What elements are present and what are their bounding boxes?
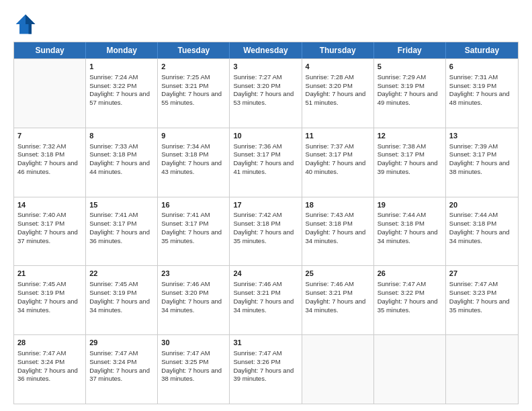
day-number: 10	[233, 131, 298, 141]
calendar-cell: 11 Sunrise: 7:37 AM Sunset: 3:17 PM Dayl…	[302, 128, 374, 197]
day-of-week-header: Wednesday	[230, 42, 302, 58]
sunrise-info: Sunrise: 7:34 AM	[161, 142, 210, 150]
day-of-week-header: Saturday	[446, 42, 518, 58]
daylight-info: Daylight: 7 hours and 46 minutes.	[17, 159, 78, 175]
header	[13, 12, 519, 36]
page: SundayMondayTuesdayWednesdayThursdayFrid…	[0, 0, 532, 411]
sunset-info: Sunset: 3:19 PM	[17, 289, 64, 296]
calendar-cell: 18 Sunrise: 7:43 AM Sunset: 3:18 PM Dayl…	[302, 197, 374, 266]
sunrise-info: Sunrise: 7:47 AM	[233, 349, 281, 357]
day-number: 2	[161, 62, 226, 72]
sunset-info: Sunset: 3:20 PM	[161, 289, 208, 296]
day-number: 30	[161, 338, 226, 348]
calendar-cell: 23 Sunrise: 7:46 AM Sunset: 3:20 PM Dayl…	[158, 266, 230, 334]
sunrise-info: Sunrise: 7:32 AM	[17, 142, 66, 150]
sunrise-info: Sunrise: 7:33 AM	[89, 142, 138, 150]
calendar-cell: 27 Sunrise: 7:47 AM Sunset: 3:23 PM Dayl…	[446, 266, 518, 334]
sunset-info: Sunset: 3:24 PM	[17, 358, 64, 365]
day-of-week-header: Friday	[374, 42, 446, 58]
sunrise-info: Sunrise: 7:45 AM	[17, 280, 66, 287]
sunset-info: Sunset: 3:17 PM	[378, 150, 425, 158]
sunrise-info: Sunrise: 7:43 AM	[306, 211, 354, 218]
day-number: 3	[233, 62, 298, 72]
calendar-cell: 28 Sunrise: 7:47 AM Sunset: 3:24 PM Dayl…	[14, 335, 86, 404]
sunrise-info: Sunrise: 7:27 AM	[233, 73, 281, 81]
sunset-info: Sunset: 3:20 PM	[306, 82, 353, 89]
day-number: 16	[161, 200, 226, 210]
calendar-cell: 6 Sunrise: 7:31 AM Sunset: 3:19 PM Dayli…	[446, 59, 518, 128]
calendar-week: 28 Sunrise: 7:47 AM Sunset: 3:24 PM Dayl…	[14, 334, 518, 404]
calendar-cell: 26 Sunrise: 7:47 AM Sunset: 3:22 PM Dayl…	[374, 266, 446, 334]
day-number: 12	[378, 131, 442, 141]
calendar: SundayMondayTuesdayWednesdayThursdayFrid…	[13, 42, 519, 404]
sunrise-info: Sunrise: 7:24 AM	[89, 73, 138, 81]
daylight-info: Daylight: 7 hours and 34 minutes.	[161, 298, 222, 314]
day-number: 21	[17, 269, 82, 279]
calendar-week: 14 Sunrise: 7:40 AM Sunset: 3:17 PM Dayl…	[14, 197, 518, 266]
calendar-week: 1 Sunrise: 7:24 AM Sunset: 3:22 PM Dayli…	[14, 58, 518, 128]
sunrise-info: Sunrise: 7:46 AM	[161, 280, 210, 287]
calendar-header: SundayMondayTuesdayWednesdayThursdayFrid…	[14, 42, 518, 58]
sunrise-info: Sunrise: 7:47 AM	[449, 280, 498, 287]
daylight-info: Daylight: 7 hours and 35 minutes.	[449, 298, 510, 314]
daylight-info: Daylight: 7 hours and 44 minutes.	[89, 159, 150, 175]
daylight-info: Daylight: 7 hours and 34 minutes.	[449, 228, 510, 244]
sunset-info: Sunset: 3:18 PM	[306, 220, 353, 227]
sunset-info: Sunset: 3:18 PM	[449, 220, 496, 227]
calendar-cell: 22 Sunrise: 7:45 AM Sunset: 3:19 PM Dayl…	[86, 266, 158, 334]
day-number: 11	[306, 131, 370, 141]
day-number: 17	[233, 200, 298, 210]
sunrise-info: Sunrise: 7:47 AM	[89, 349, 138, 357]
daylight-info: Daylight: 7 hours and 35 minutes.	[233, 228, 294, 244]
daylight-info: Daylight: 7 hours and 51 minutes.	[306, 90, 366, 106]
sunrise-info: Sunrise: 7:47 AM	[161, 349, 210, 357]
day-number: 23	[161, 269, 226, 279]
sunset-info: Sunset: 3:17 PM	[306, 150, 353, 158]
day-number: 27	[449, 269, 515, 279]
day-of-week-header: Tuesday	[158, 42, 230, 58]
sunrise-info: Sunrise: 7:46 AM	[306, 280, 354, 287]
daylight-info: Daylight: 7 hours and 34 minutes.	[378, 228, 438, 244]
sunrise-info: Sunrise: 7:38 AM	[378, 142, 426, 150]
day-number: 9	[161, 131, 226, 141]
daylight-info: Daylight: 7 hours and 37 minutes.	[17, 228, 78, 244]
daylight-info: Daylight: 7 hours and 41 minutes.	[233, 159, 294, 175]
daylight-info: Daylight: 7 hours and 49 minutes.	[378, 90, 438, 106]
calendar-cell: 19 Sunrise: 7:44 AM Sunset: 3:18 PM Dayl…	[374, 197, 446, 266]
daylight-info: Daylight: 7 hours and 34 minutes.	[17, 298, 78, 314]
sunrise-info: Sunrise: 7:47 AM	[17, 349, 66, 357]
calendar-cell: 31 Sunrise: 7:47 AM Sunset: 3:26 PM Dayl…	[230, 335, 302, 404]
day-number: 24	[233, 269, 298, 279]
calendar-cell: 9 Sunrise: 7:34 AM Sunset: 3:18 PM Dayli…	[158, 128, 230, 197]
sunset-info: Sunset: 3:18 PM	[17, 150, 64, 158]
calendar-cell	[302, 335, 374, 404]
daylight-info: Daylight: 7 hours and 34 minutes.	[89, 298, 150, 314]
sunset-info: Sunset: 3:19 PM	[449, 82, 496, 89]
daylight-info: Daylight: 7 hours and 55 minutes.	[161, 90, 222, 106]
sunrise-info: Sunrise: 7:29 AM	[378, 73, 426, 81]
logo	[13, 12, 40, 36]
sunset-info: Sunset: 3:22 PM	[378, 289, 425, 296]
day-number: 26	[378, 269, 442, 279]
sunset-info: Sunset: 3:17 PM	[17, 220, 64, 227]
calendar-cell: 3 Sunrise: 7:27 AM Sunset: 3:20 PM Dayli…	[230, 59, 302, 128]
sunrise-info: Sunrise: 7:44 AM	[378, 211, 426, 218]
logo-icon	[13, 12, 38, 36]
day-number: 18	[306, 200, 370, 210]
day-number: 6	[449, 62, 515, 72]
day-number: 28	[17, 338, 82, 348]
sunrise-info: Sunrise: 7:45 AM	[89, 280, 138, 287]
daylight-info: Daylight: 7 hours and 43 minutes.	[161, 159, 222, 175]
sunrise-info: Sunrise: 7:39 AM	[449, 142, 498, 150]
calendar-cell: 25 Sunrise: 7:46 AM Sunset: 3:21 PM Dayl…	[302, 266, 374, 334]
sunset-info: Sunset: 3:23 PM	[449, 289, 496, 296]
daylight-info: Daylight: 7 hours and 34 minutes.	[233, 298, 294, 314]
daylight-info: Daylight: 7 hours and 38 minutes.	[161, 367, 222, 383]
calendar-cell: 15 Sunrise: 7:41 AM Sunset: 3:17 PM Dayl…	[86, 197, 158, 266]
sunset-info: Sunset: 3:17 PM	[449, 150, 496, 158]
day-number: 8	[89, 131, 154, 141]
day-number: 22	[89, 269, 154, 279]
sunrise-info: Sunrise: 7:36 AM	[233, 142, 281, 150]
day-number: 14	[17, 200, 82, 210]
sunrise-info: Sunrise: 7:47 AM	[378, 280, 426, 287]
